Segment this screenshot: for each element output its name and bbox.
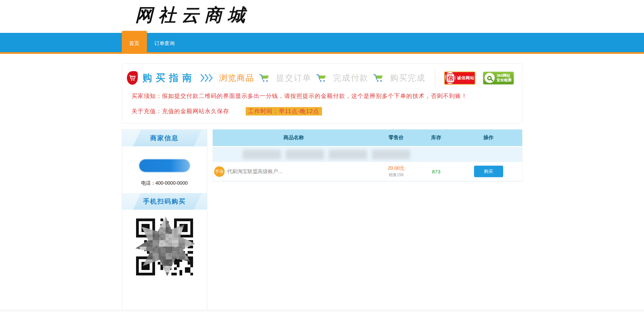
cart-step-icon — [373, 73, 385, 83]
merchant-sidebar: 商家信息 电话：400-0000-0000 手机扫码购买 — [122, 129, 207, 312]
page-footer — [0, 310, 644, 312]
nav-tab-home[interactable]: 首页 — [122, 31, 147, 54]
merchant-info-title: 商家信息 — [122, 130, 207, 146]
nav-tab-order-query[interactable]: 订单查询 — [147, 33, 182, 54]
product-name[interactable]: 代刷淘宝联盟高级账户... — [227, 168, 283, 175]
product-table: 商品名称 零售价 库存 操作 手动 代刷淘宝联盟高级账户... 20.00元 销… — [212, 129, 523, 182]
safety-check-badge[interactable]: 360网站 安全检测 — [483, 71, 514, 85]
cart-step-icon — [316, 73, 328, 83]
magnifier-icon — [485, 73, 495, 83]
work-hours-highlight: 工作时间：早11点-晚12点 — [246, 107, 322, 116]
qr-code — [136, 219, 193, 275]
product-stock: 873 — [432, 169, 440, 174]
integrity-badge-label: 诚信网站 — [457, 75, 475, 81]
main-nav: 首页 订单查询 — [0, 33, 644, 54]
qr-purchase-title: 手机扫码购买 — [122, 193, 207, 210]
guide-step-browse: 浏览商品 — [219, 72, 254, 83]
header-retail-price: 零售价 — [375, 134, 418, 141]
blurred-notice-row — [213, 147, 522, 162]
purchase-guide-card: 购买指南 浏览商品 提交订单 — [122, 63, 523, 124]
divider — [435, 68, 435, 87]
merchant-phone: 电话：400-0000-0000 — [122, 180, 207, 186]
buy-button[interactable]: 购买 — [474, 166, 503, 177]
site-logo: 网社云商城 — [135, 3, 251, 27]
guide-step-submit: 提交订单 — [276, 72, 311, 83]
contact-qq-button[interactable] — [139, 159, 190, 172]
site-header: 网社云商城 — [0, 0, 644, 33]
header-stock: 库存 — [418, 134, 455, 141]
product-price: 20.00元 — [375, 165, 418, 171]
table-header-row: 商品名称 零售价 库存 操作 — [213, 129, 522, 146]
header-product-name: 商品名称 — [213, 134, 375, 141]
cart-step-icon — [259, 73, 271, 83]
safety-badge-label: 360网站 安全检测 — [497, 74, 512, 82]
table-row: 手动 代刷淘宝联盟高级账户... 20.00元 销量156 873 购买 — [213, 162, 522, 181]
integrity-site-badge[interactable]: 信 诚信网站 — [444, 71, 475, 85]
integrity-icon: 信 — [444, 71, 456, 84]
cart-badge-icon — [127, 71, 138, 85]
manual-badge: 手动 — [214, 166, 225, 177]
guide-title: 购买指南 — [143, 71, 195, 84]
product-sales: 销量156 — [375, 172, 418, 178]
guide-step-complete: 购买完成 — [390, 72, 425, 83]
recharge-notice: 关于充值：充值的金额网站永久保存工作时间：早11点-晚12点 — [132, 107, 514, 115]
buyer-notice: 买家须知：假如提交付款二维码的界面显示多出一分钱，请按照提示的金额付款，这个是辨… — [132, 92, 514, 100]
header-action: 操作 — [455, 134, 522, 141]
guide-step-pay: 完成付款 — [333, 72, 368, 83]
chevrons-icon — [200, 74, 214, 82]
